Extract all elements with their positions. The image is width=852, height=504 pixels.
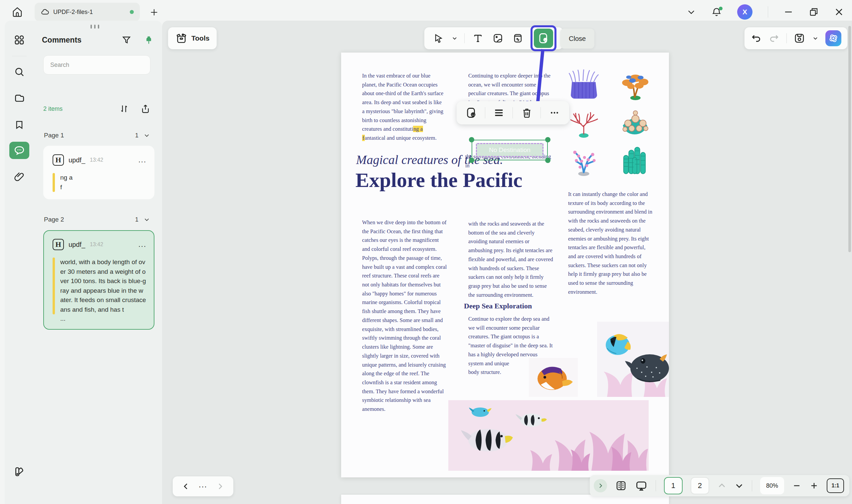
properties-button[interactable] <box>490 104 508 122</box>
presentation-mode-button[interactable] <box>635 480 647 492</box>
tools-label: Tools <box>191 34 209 42</box>
next-view-button-disabled[interactable] <box>216 482 224 491</box>
notifications-button[interactable] <box>711 7 722 17</box>
close-label: Close <box>569 35 586 42</box>
comment-menu-button[interactable]: ... <box>139 243 146 246</box>
link-image-tool-button[interactable] <box>489 30 507 47</box>
plus-icon <box>149 8 159 17</box>
resize-handle-se[interactable] <box>545 158 550 163</box>
resize-handle-nw[interactable] <box>469 137 474 142</box>
coral-tube-sponge-image <box>615 143 655 176</box>
sidebar-item-pages[interactable] <box>9 90 29 107</box>
sidebar-item-comments[interactable] <box>9 142 29 159</box>
reader-view-button[interactable] <box>615 480 627 492</box>
previous-page-button-disabled[interactable] <box>717 481 727 490</box>
sort-comments-button[interactable] <box>119 104 129 114</box>
divider <box>752 480 752 491</box>
highlighted-text: f <box>362 135 365 141</box>
highlight-annotation-icon: H <box>53 155 64 166</box>
view-controls-bar: 1 2 80% 1:1 <box>590 475 849 496</box>
zoom-in-button[interactable] <box>810 481 819 490</box>
notification-dot <box>719 7 723 10</box>
save-options-dropdown[interactable] <box>812 35 819 41</box>
close-tool-button[interactable]: Close <box>560 29 594 49</box>
panel-drag-handle[interactable] <box>90 24 99 29</box>
plus-icon <box>810 481 819 490</box>
link-annotation-label: No Destination <box>489 146 531 154</box>
link-annotation-box[interactable]: No Destination <box>476 143 544 157</box>
resize-handle-sw[interactable] <box>469 158 474 163</box>
page-button-2[interactable]: 2 <box>691 477 709 494</box>
select-tool-button[interactable] <box>430 30 447 47</box>
butterflyfish-pufferfish-photo <box>597 322 669 397</box>
sidebar-item-search[interactable] <box>9 63 29 80</box>
highlight-annotation-icon: H <box>53 239 64 250</box>
nav-more-button[interactable]: ... <box>199 483 207 489</box>
orange-fish-photo <box>529 358 578 397</box>
link-annotation-selected[interactable]: No Destination <box>472 140 548 160</box>
comment-card-page2-selected[interactable]: H updf_ 13:42 ... world, with a body len… <box>43 230 155 330</box>
comments-search[interactable] <box>43 55 150 74</box>
undo-button[interactable] <box>750 33 762 44</box>
divider <box>464 33 465 43</box>
more-options-button[interactable] <box>546 104 563 122</box>
close-icon <box>834 7 844 17</box>
save-button[interactable] <box>794 32 805 44</box>
vertical-scrollbar[interactable] <box>848 26 851 252</box>
tools-menu-button[interactable]: Tools <box>168 27 217 49</box>
link-destination-tool-button[interactable] <box>463 104 480 122</box>
redo-button-disabled[interactable] <box>768 33 780 44</box>
search-input[interactable] <box>50 61 143 69</box>
paperclip-icon <box>14 171 25 182</box>
sidebar-item-themes[interactable] <box>9 463 29 480</box>
minimize-button[interactable] <box>783 7 794 17</box>
page-history-nav: ... <box>173 476 233 496</box>
close-window-button[interactable] <box>834 7 844 17</box>
link-destination-tool-active[interactable] <box>534 29 553 48</box>
coral-plate-image <box>615 105 655 138</box>
book-spread-icon <box>615 480 627 492</box>
link-page-tool-button[interactable] <box>509 30 527 47</box>
actual-size-button[interactable]: 1:1 <box>827 479 844 493</box>
page-link-icon <box>512 33 523 44</box>
sidebar-item-attachments[interactable] <box>9 168 29 185</box>
filter-comments-button[interactable] <box>122 35 131 45</box>
pin-icon <box>144 35 154 44</box>
ai-assistant-button[interactable] <box>826 30 841 46</box>
collapse-toolbar-button[interactable] <box>687 7 696 17</box>
comment-quote: ng a f <box>60 173 73 192</box>
link-text-tool-button[interactable] <box>469 30 486 47</box>
comment-menu-button[interactable]: ... <box>139 158 146 162</box>
comments-panel: Comments 2 items Page 1 <box>34 21 162 504</box>
comment-author: updf_ <box>69 241 85 249</box>
user-avatar[interactable]: X <box>737 4 752 20</box>
delete-annotation-button[interactable] <box>518 104 535 122</box>
pin-panel-button[interactable] <box>144 35 154 44</box>
divider <box>513 107 513 119</box>
comment-time: 13:42 <box>90 241 134 248</box>
comment-group-page1[interactable]: Page 1 1 <box>44 130 150 140</box>
ai-sparkle-icon <box>828 33 839 44</box>
select-tool-dropdown[interactable] <box>450 30 460 47</box>
new-tab-button[interactable] <box>149 7 159 17</box>
previous-view-button[interactable] <box>182 482 190 491</box>
zoom-level-button[interactable]: 80% <box>760 477 784 494</box>
collapse-bar-button[interactable] <box>594 479 607 492</box>
comment-card-page1[interactable]: H updf_ 13:42 ... ng a f <box>43 146 155 199</box>
zoom-out-button[interactable] <box>792 481 801 490</box>
sidebar-item-bookmarks[interactable] <box>9 116 29 133</box>
chevron-down-icon <box>687 7 696 17</box>
resize-handle-ne[interactable] <box>545 137 550 142</box>
next-page-button[interactable] <box>734 481 744 490</box>
export-comments-button[interactable] <box>140 104 150 114</box>
restore-icon <box>809 7 819 17</box>
home-button[interactable] <box>10 5 24 19</box>
sidebar-item-apps[interactable] <box>9 31 29 49</box>
doc-heading-deep-sea: Deep Sea Exploration <box>464 302 532 310</box>
page-button-1[interactable]: 1 <box>664 477 682 494</box>
maximize-button[interactable] <box>809 7 819 17</box>
document-tab[interactable]: UPDF-2-files-1 <box>35 3 140 21</box>
chevron-down-icon <box>143 216 150 223</box>
annotation-toolbar <box>457 101 569 124</box>
comment-group-page2[interactable]: Page 2 1 <box>44 215 150 224</box>
